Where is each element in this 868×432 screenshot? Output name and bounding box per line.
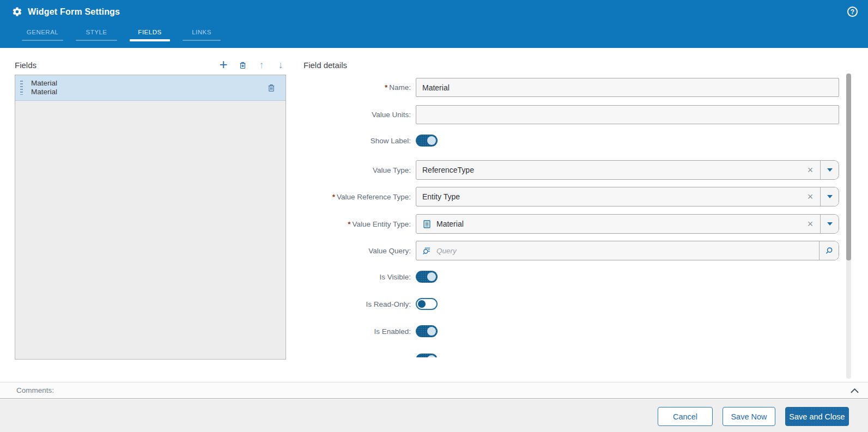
row-is-read-only: Is Read-Only:: [304, 297, 844, 311]
help-button[interactable]: ?: [847, 7, 858, 17]
save-and-close-button[interactable]: Save and Close: [785, 407, 849, 426]
drag-handle-icon[interactable]: [20, 81, 23, 95]
name-label: *Name:: [304, 83, 416, 92]
arrow-up-icon: ↑: [259, 60, 264, 70]
value-query-input[interactable]: [436, 247, 819, 255]
magnifier-icon: [824, 246, 834, 255]
comments-bar: Comments:: [0, 382, 868, 399]
is-enabled-toggle[interactable]: [416, 325, 438, 337]
fields-panel-header: Fields + ↑ ↓: [15, 57, 286, 73]
value-entity-type-label: *Value Entity Type:: [304, 220, 416, 228]
save-now-button[interactable]: Save Now: [723, 407, 775, 426]
row-value-reference-type: *Value Reference Type: Entity Type ×: [304, 187, 844, 206]
row-is-visible: Is Visible:: [304, 270, 844, 284]
row-value-units: Value Units:: [304, 105, 844, 124]
is-enabled-label: Is Enabled:: [304, 327, 416, 336]
arrow-down-icon: ↓: [278, 60, 283, 70]
value-type-combo[interactable]: ReferenceType ×: [416, 160, 839, 180]
is-read-only-toggle[interactable]: [416, 298, 438, 310]
tab-bar: GENERAL STYLE FIELDS LINKS: [22, 29, 221, 41]
is-visible-toggle[interactable]: [416, 271, 438, 283]
show-label-toggle[interactable]: [416, 135, 438, 147]
gear-icon: [12, 7, 22, 17]
row-clipped: [304, 352, 844, 357]
field-item-subtitle: Material: [31, 88, 57, 96]
chevron-up-icon[interactable]: [850, 387, 859, 394]
clipped-toggle[interactable]: [416, 354, 438, 357]
dialog-title: Widget Form Settings: [28, 7, 120, 17]
question-icon: ?: [851, 9, 854, 15]
value-reference-type-label: *Value Reference Type:: [304, 193, 416, 201]
row-value-type: Value Type: ReferenceType ×: [304, 160, 844, 180]
field-item-name: Material: [31, 79, 57, 87]
row-name: *Name:: [304, 78, 844, 97]
tab-style[interactable]: STYLE: [76, 29, 117, 41]
required-asterisk: *: [348, 220, 350, 228]
delete-field-button[interactable]: [237, 58, 248, 71]
footer: Cancel Save Now Save and Close: [0, 399, 868, 432]
caret-down-icon: [827, 195, 833, 198]
fields-toolbar: + ↑ ↓: [218, 58, 286, 71]
required-asterisk: *: [385, 83, 387, 92]
query-icon: [422, 246, 432, 256]
name-input[interactable]: [416, 78, 839, 97]
trash-icon: [238, 60, 247, 70]
dialog-header: Widget Form Settings ? GENERAL STYLE FIE…: [0, 0, 868, 48]
is-visible-label: Is Visible:: [304, 273, 416, 281]
scrollbar-thumb[interactable]: [846, 74, 851, 260]
value-query-field: [416, 241, 839, 260]
tab-general[interactable]: GENERAL: [22, 29, 63, 41]
search-button[interactable]: [819, 241, 839, 260]
required-asterisk: *: [332, 193, 335, 201]
value-entity-type-combo[interactable]: Material ×: [416, 214, 839, 234]
dropdown-button[interactable]: [820, 215, 839, 233]
field-list-item-material[interactable]: Material Material: [15, 75, 286, 101]
is-read-only-label: Is Read-Only:: [304, 300, 416, 308]
dropdown-button[interactable]: [820, 187, 839, 206]
value-reference-type-combo[interactable]: Entity Type ×: [416, 187, 839, 206]
tab-fields[interactable]: FIELDS: [130, 29, 170, 41]
clear-icon[interactable]: ×: [800, 187, 820, 206]
row-show-label: Show Label:: [304, 133, 844, 148]
value-query-label: Value Query:: [304, 247, 416, 255]
vertical-scrollbar[interactable]: [846, 74, 851, 379]
clear-icon[interactable]: ×: [800, 215, 820, 233]
add-field-button[interactable]: +: [218, 58, 229, 71]
row-value-entity-type: *Value Entity Type: Material ×: [304, 214, 844, 234]
row-value-query: Value Query:: [304, 241, 844, 260]
value-type-label: Value Type:: [304, 166, 416, 174]
trash-icon: [266, 83, 276, 93]
field-details-form: *Name: Value Units: Show Label: Value Ty…: [304, 57, 844, 357]
widget-form-settings-dialog: Widget Form Settings ? GENERAL STYLE FIE…: [0, 0, 868, 432]
caret-down-icon: [827, 222, 833, 226]
plus-icon: +: [219, 59, 227, 70]
value-units-label: Value Units:: [304, 111, 416, 119]
move-field-down-button[interactable]: ↓: [275, 58, 286, 71]
comments-label: Comments:: [16, 386, 54, 394]
dropdown-button[interactable]: [820, 161, 839, 179]
tab-links[interactable]: LINKS: [183, 29, 221, 41]
fields-panel-title: Fields: [15, 60, 37, 70]
show-label-label: Show Label:: [304, 137, 416, 145]
entity-type-icon: [422, 220, 432, 229]
move-field-up-button[interactable]: ↑: [256, 58, 267, 71]
caret-down-icon: [827, 168, 833, 172]
value-entity-type-value: Material: [436, 220, 464, 228]
delete-item-button[interactable]: [266, 83, 276, 93]
value-units-input[interactable]: [416, 105, 839, 124]
cancel-button[interactable]: Cancel: [658, 407, 713, 426]
value-reference-type-value: Entity Type: [416, 192, 800, 201]
value-type-value: ReferenceType: [416, 166, 800, 174]
row-is-enabled: Is Enabled:: [304, 324, 844, 338]
fields-list: Material Material: [15, 75, 286, 360]
clear-icon[interactable]: ×: [800, 161, 820, 179]
